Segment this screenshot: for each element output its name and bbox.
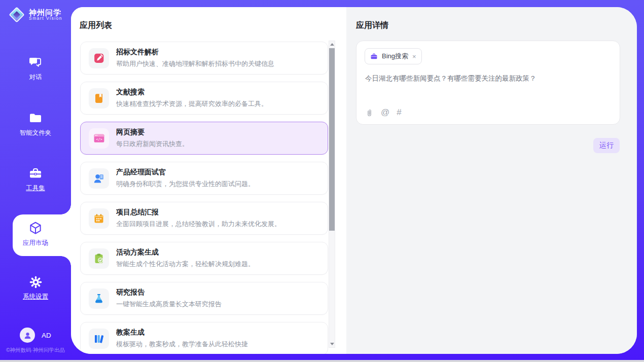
app-list-item[interactable]: 活动方案生成智能生成个性化活动方案，轻松解决规划难题。 bbox=[80, 242, 328, 275]
list-scrollbar[interactable] bbox=[329, 41, 335, 348]
app-name: 招标文件解析 bbox=[116, 48, 274, 57]
app-description: 模板驱动，教案秒成，教学准备从此轻松快捷 bbox=[116, 340, 248, 349]
app-window: 神州问学 Smart Vision 对话智能文件夹工具集应用市场系统设置 AD … bbox=[0, 0, 644, 362]
app-list-item[interactable]: 产品经理面试官明确身份和职责，为您提供专业性的面试问题。 bbox=[80, 162, 328, 195]
hash-icon[interactable]: # bbox=[397, 107, 401, 118]
sidebar-item-label: 系统设置 bbox=[23, 293, 48, 301]
sidebar-item-1[interactable]: 对话 bbox=[0, 55, 71, 82]
books-icon bbox=[89, 329, 109, 349]
app-description: 全面回顾项目进展，总结经验教训，助力未来优化发展。 bbox=[116, 220, 281, 229]
arrow-up-icon bbox=[330, 43, 334, 46]
scrollbar-up-button[interactable] bbox=[329, 41, 335, 48]
user-initials: AD bbox=[42, 332, 51, 339]
app-list-item[interactable]: 研究报告一键智能生成高质量长文本研究报告 bbox=[80, 282, 328, 315]
document-edit-icon bbox=[89, 48, 109, 68]
sidebar-item-label: 智能文件夹 bbox=[20, 129, 52, 137]
tag-close-icon[interactable]: × bbox=[412, 53, 416, 60]
sidebar-item-5[interactable]: 系统设置 bbox=[0, 274, 71, 301]
app-description: 快速精准查找学术资源，提高研究效率的必备工具。 bbox=[116, 99, 268, 108]
flask-icon bbox=[89, 288, 109, 309]
app-list-title: 应用列表 bbox=[80, 20, 112, 31]
app-list-item[interactable]: 项目总结汇报全面回顾项目进展，总结经验教训，助力未来优化发展。 bbox=[80, 202, 328, 235]
app-name: 教案生成 bbox=[116, 328, 248, 337]
user-avatar[interactable] bbox=[20, 328, 35, 343]
brand-name: 神州问学 bbox=[29, 9, 62, 17]
app-list-item[interactable]: 招标文件解析帮助用户快速、准确地理解和解析招标书中的关键信息 bbox=[80, 42, 328, 75]
sidebar: 神州问学 Smart Vision 对话智能文件夹工具集应用市场系统设置 AD … bbox=[0, 0, 71, 360]
chat-icon bbox=[28, 55, 43, 70]
query-input[interactable]: 今日湖北有哪些新闻要点？有哪些需要关注的最新政策？ bbox=[365, 74, 609, 84]
app-name: 网页摘要 bbox=[116, 128, 189, 137]
mention-icon[interactable]: @ bbox=[381, 107, 389, 118]
brand-diamond-icon bbox=[9, 7, 24, 22]
sidebar-item-2[interactable]: 智能文件夹 bbox=[0, 111, 71, 137]
app-description: 明确身份和职责，为您提供专业性的面试问题。 bbox=[116, 179, 255, 189]
sidebar-item-4[interactable]: 应用市场 bbox=[0, 221, 71, 247]
app-name: 项目总结汇报 bbox=[116, 208, 281, 217]
person-icon bbox=[23, 331, 32, 340]
app-name: 研究报告 bbox=[116, 288, 222, 297]
run-button[interactable]: 运行 bbox=[593, 138, 620, 153]
app-description: 一键智能生成高质量长文本研究报告 bbox=[116, 300, 222, 309]
browser-code-icon: </> bbox=[89, 128, 109, 149]
app-list: 招标文件解析帮助用户快速、准确地理解和解析招标书中的关键信息文献搜索快速精准查找… bbox=[80, 42, 328, 354]
brand-subtitle: Smart Vision bbox=[29, 16, 62, 21]
app-list-item[interactable]: 文献搜索快速精准查找学术资源，提高研究效率的必备工具。 bbox=[80, 82, 328, 115]
app-name: 产品经理面试官 bbox=[116, 168, 255, 177]
tool-tag-label: Bing搜索 bbox=[382, 52, 408, 61]
sidebar-item-label: 应用市场 bbox=[23, 239, 48, 247]
app-list-item[interactable]: 教案生成模板驱动，教案秒成，教学准备从此轻松快捷 bbox=[80, 322, 328, 354]
toolbox-icon bbox=[28, 166, 43, 181]
scrollbar-thumb[interactable] bbox=[329, 48, 335, 231]
clipboard-check-icon bbox=[89, 248, 109, 269]
svg-text:</>: </> bbox=[96, 138, 102, 142]
tool-tag-bing-search[interactable]: Bing搜索 × bbox=[365, 48, 422, 64]
app-name: 文献搜索 bbox=[116, 88, 268, 97]
app-description: 每日政府新闻资讯快查。 bbox=[116, 139, 189, 149]
gear-icon bbox=[28, 274, 43, 289]
scrollbar-down-button[interactable] bbox=[329, 341, 335, 347]
user-account[interactable]: AD bbox=[0, 328, 71, 343]
calendar-icon bbox=[89, 208, 109, 229]
app-list-panel: 应用列表 招标文件解析帮助用户快速、准确地理解和解析招标书中的关键信息文献搜索快… bbox=[71, 7, 346, 354]
folder-icon bbox=[28, 111, 43, 126]
prompt-card: Bing搜索 × 今日湖北有哪些新闻要点？有哪些需要关注的最新政策？ @ # bbox=[356, 41, 620, 125]
app-description: 智能生成个性化活动方案，轻松解决规划难题。 bbox=[116, 260, 255, 269]
app-detail-title: 应用详情 bbox=[356, 20, 388, 31]
app-name: 活动方案生成 bbox=[116, 248, 255, 257]
brand-logo: 神州问学 Smart Vision bbox=[0, 7, 71, 22]
book-icon bbox=[89, 88, 109, 108]
copyright-footer: ©神州数码·神州问学出品 bbox=[0, 347, 71, 354]
sidebar-item-3[interactable]: 工具集 bbox=[0, 166, 71, 193]
interviewer-icon bbox=[89, 168, 109, 189]
input-toolbar: @ # bbox=[365, 107, 402, 118]
app-description: 帮助用户快速、准确地理解和解析招标书中的关键信息 bbox=[116, 59, 274, 68]
arrow-down-icon bbox=[330, 343, 334, 345]
app-list-item[interactable]: </>网页摘要每日政府新闻资讯快查。 bbox=[80, 122, 328, 155]
main-container: 应用列表 招标文件解析帮助用户快速、准确地理解和解析招标书中的关键信息文献搜索快… bbox=[71, 7, 637, 354]
cube-icon bbox=[28, 221, 43, 236]
attachment-icon[interactable] bbox=[365, 108, 374, 118]
briefcase-icon bbox=[370, 53, 378, 60]
sidebar-item-label: 对话 bbox=[29, 73, 42, 82]
app-detail-panel: 应用详情 Bing搜索 × 今日湖北有哪些新闻要点？有哪些需要关注的最新政策？ bbox=[346, 7, 637, 354]
sidebar-item-label: 工具集 bbox=[26, 184, 45, 193]
